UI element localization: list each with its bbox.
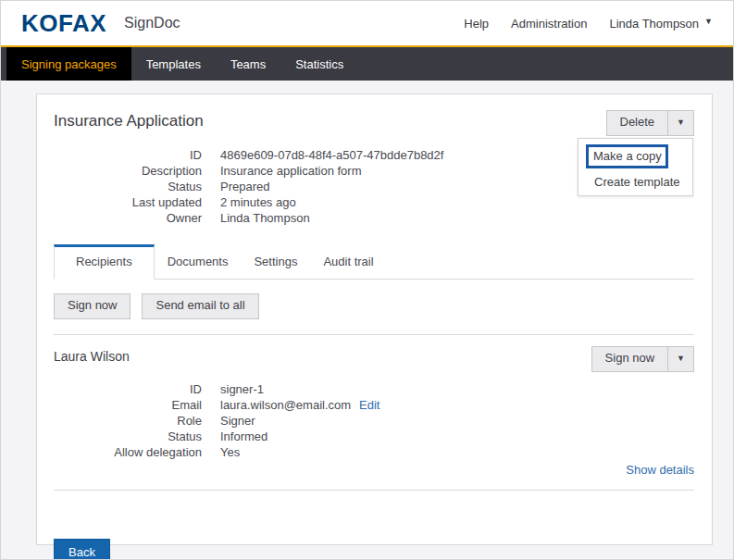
- send-email-to-all-button[interactable]: Send email to all: [142, 293, 258, 319]
- detail-label: Owner: [54, 210, 202, 226]
- detail-label: Last updated: [54, 194, 202, 210]
- chevron-down-icon: ▼: [704, 17, 713, 26]
- detail-value: Prepared: [220, 179, 269, 194]
- detail-value: Insurance application form: [220, 163, 361, 179]
- recipient-sign-now-menu-toggle[interactable]: ▼: [667, 346, 694, 372]
- detail-label: Description: [54, 163, 202, 179]
- product-name: SignDoc: [124, 15, 180, 31]
- top-header: KOFAX SignDoc Help Administration Linda …: [1, 1, 733, 45]
- detail-row-status: Status Informed: [54, 429, 694, 444]
- detail-label: Allow delegation: [54, 444, 202, 460]
- tab-bar: Recipients Documents Settings Audit trai…: [54, 244, 694, 280]
- chevron-down-icon: ▼: [677, 118, 685, 127]
- detail-value: Signer: [220, 413, 255, 429]
- detail-label: ID: [54, 381, 202, 397]
- detail-label: Status: [54, 179, 202, 194]
- detail-row-role: Role Signer: [54, 413, 694, 429]
- detail-value: signer-1: [220, 381, 264, 397]
- show-details-link[interactable]: Show details: [54, 463, 694, 477]
- detail-label: Email: [54, 397, 202, 413]
- recipients-actions: Sign now Send email to all: [54, 293, 694, 319]
- detail-value: Linda Thompson: [220, 210, 310, 226]
- detail-label: ID: [54, 147, 202, 163]
- recipient-name: Laura Wilson: [54, 346, 130, 367]
- delete-menu-toggle[interactable]: ▼: [667, 110, 694, 136]
- footer-actions: Back: [54, 539, 694, 560]
- user-menu[interactable]: Linda Thompson ▼: [609, 17, 713, 31]
- edit-email-link[interactable]: Edit: [359, 397, 379, 413]
- tab-recipients[interactable]: Recipients: [54, 244, 155, 280]
- tab-settings[interactable]: Settings: [241, 244, 310, 279]
- delete-dropdown-menu: Make a copy Create template: [578, 138, 693, 196]
- menu-item-create-template[interactable]: Create template: [578, 169, 692, 190]
- detail-value: 2 minutes ago: [220, 194, 296, 210]
- menu-item-make-a-copy[interactable]: Make a copy: [586, 144, 668, 168]
- help-link[interactable]: Help: [464, 17, 489, 31]
- top-links: Help Administration Linda Thompson ▼: [464, 17, 713, 31]
- title-row: Insurance Application Delete ▼: [54, 110, 694, 135]
- sign-now-button[interactable]: Sign now: [54, 293, 131, 319]
- recipient-sign-now-button[interactable]: Sign now: [591, 346, 667, 372]
- nav-statistics[interactable]: Statistics: [280, 47, 358, 81]
- package-card: Insurance Application Delete ▼ Make a co…: [36, 93, 713, 545]
- detail-row-allow-delegation: Allow delegation Yes: [54, 444, 694, 460]
- nav-teams[interactable]: Teams: [216, 47, 280, 81]
- detail-row-id: ID signer-1: [54, 381, 694, 397]
- detail-row-email: Email laura.wilson@email.com Edit: [54, 397, 694, 413]
- main-nav: Signing packages Templates Teams Statist…: [1, 47, 733, 81]
- detail-label: Role: [54, 413, 202, 429]
- delete-button[interactable]: Delete: [606, 110, 668, 136]
- detail-row-last-updated: Last updated 2 minutes ago: [54, 194, 694, 210]
- detail-label: Status: [54, 429, 202, 444]
- tab-audit-trail[interactable]: Audit trail: [310, 244, 386, 279]
- chevron-down-icon: ▼: [677, 354, 685, 363]
- detail-value: Informed: [220, 429, 267, 444]
- recipient-header: Laura Wilson Sign now ▼: [54, 346, 694, 373]
- nav-templates[interactable]: Templates: [131, 47, 216, 81]
- back-button[interactable]: Back: [54, 539, 110, 560]
- recipient-details: ID signer-1 Email laura.wilson@email.com…: [54, 381, 694, 460]
- page-title: Insurance Application: [54, 110, 204, 132]
- user-name: Linda Thompson: [609, 17, 699, 31]
- detail-value: Yes: [220, 444, 240, 460]
- recipient-sign-now-split-button: Sign now ▼: [591, 346, 694, 372]
- detail-value: 4869e609-07d8-48f4-a507-47bdde7b8d2f: [220, 147, 443, 163]
- divider: [54, 334, 694, 335]
- app-window: KOFAX SignDoc Help Administration Linda …: [0, 0, 734, 560]
- nav-signing-packages[interactable]: Signing packages: [6, 47, 131, 81]
- detail-row-owner: Owner Linda Thompson: [54, 210, 694, 226]
- tab-documents[interactable]: Documents: [155, 244, 242, 279]
- delete-split-button: Delete ▼: [606, 110, 695, 136]
- administration-link[interactable]: Administration: [511, 17, 587, 31]
- kofax-logo: KOFAX: [21, 11, 106, 35]
- divider: [54, 490, 694, 491]
- detail-value: laura.wilson@email.com: [220, 397, 351, 413]
- recipient-section: Laura Wilson Sign now ▼ ID signer-1 Emai…: [54, 346, 694, 477]
